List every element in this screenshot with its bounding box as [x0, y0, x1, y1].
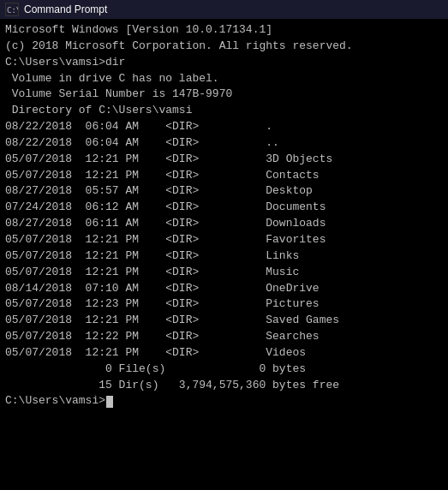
title-bar-text: Command Prompt [24, 3, 107, 15]
terminal-line: 08/22/2018 06:04 AM <DIR> .. [5, 135, 443, 152]
terminal-line: 05/07/2018 12:21 PM <DIR> Favorites [5, 232, 443, 248]
prompt-line: C:\Users\vamsi> [5, 393, 443, 409]
terminal-line: Volume in drive C has no label. [5, 71, 443, 87]
cursor [106, 396, 113, 408]
terminal-line: 05/07/2018 12:21 PM <DIR> 3D Objects [5, 152, 443, 168]
terminal[interactable]: Microsoft Windows [Version 10.0.17134.1]… [0, 19, 448, 490]
terminal-line: Volume Serial Number is 147B-9970 [5, 87, 443, 103]
terminal-line: 05/07/2018 12:22 PM <DIR> Searches [5, 329, 443, 345]
terminal-line: 05/07/2018 12:21 PM <DIR> Music [5, 265, 443, 281]
svg-text:C:\: C:\ [7, 6, 18, 15]
terminal-line: 05/07/2018 12:21 PM <DIR> Saved Games [5, 313, 443, 329]
terminal-line: 08/14/2018 07:10 AM <DIR> OneDrive [5, 281, 443, 297]
terminal-line: 08/22/2018 06:04 AM <DIR> . [5, 119, 443, 135]
terminal-line: 07/24/2018 06:12 AM <DIR> Documents [5, 200, 443, 216]
terminal-line: 05/07/2018 12:21 PM <DIR> Links [5, 248, 443, 265]
title-bar: C:\ Command Prompt [0, 0, 448, 19]
terminal-line: Directory of C:\Users\vamsi [5, 103, 443, 119]
terminal-line: 08/27/2018 06:11 AM <DIR> Downloads [5, 216, 443, 232]
terminal-line: 0 File(s) 0 bytes [5, 362, 443, 378]
terminal-line: 15 Dir(s) 3,794,575,360 bytes free [5, 378, 443, 394]
terminal-line: (c) 2018 Microsoft Corporation. All righ… [5, 39, 443, 55]
terminal-line: 08/27/2018 05:57 AM <DIR> Desktop [5, 183, 443, 200]
terminal-line: 05/07/2018 12:21 PM <DIR> Videos [5, 345, 443, 362]
terminal-line: 05/07/2018 12:23 PM <DIR> Pictures [5, 296, 443, 313]
cmd-icon: C:\ [5, 3, 19, 16]
prompt-text: C:\Users\vamsi> [5, 393, 105, 409]
terminal-line: 05/07/2018 12:21 PM <DIR> Contacts [5, 168, 443, 184]
terminal-line: C:\Users\vamsi>dir [5, 55, 443, 71]
terminal-line: Microsoft Windows [Version 10.0.17134.1] [5, 22, 443, 39]
